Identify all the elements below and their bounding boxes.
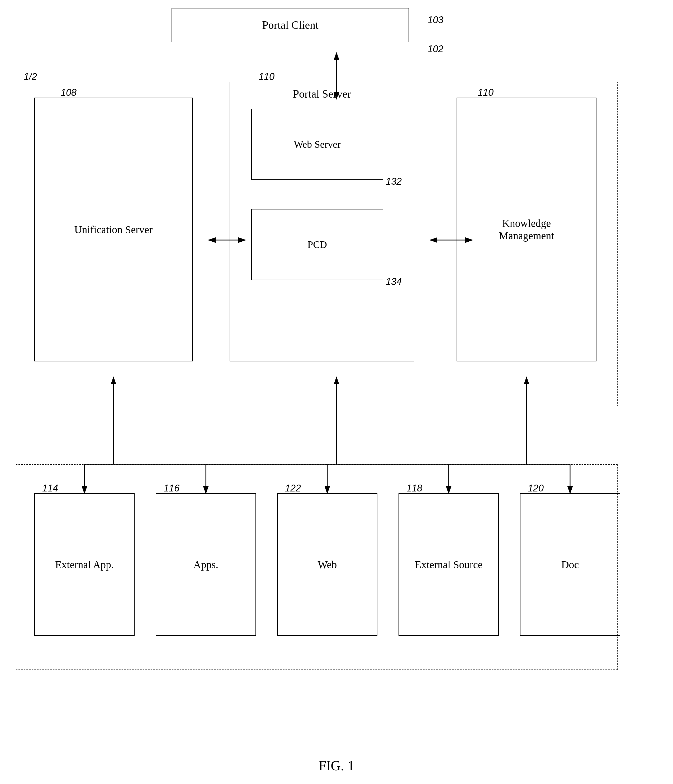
apps-box: Apps. [156, 493, 256, 636]
external-source-box: External Source [399, 493, 499, 636]
ref-110: 110 [259, 71, 274, 82]
external-app-label: External App. [55, 558, 114, 571]
ref-120: 120 [528, 483, 544, 494]
portal-server-label: Portal Server [230, 87, 414, 100]
ref-108: 108 [61, 87, 76, 98]
doc-box: Doc [520, 493, 620, 636]
ref-118: 118 [407, 483, 422, 494]
figure-label-text: FIG. 1 [319, 758, 354, 773]
pcd-label: PCD [307, 239, 327, 250]
knowledge-management-label: KnowledgeManagement [499, 217, 554, 242]
pcd-box: PCD [251, 209, 383, 280]
portal-server-outer-box: Portal Server Web Server 132 PCD 134 [230, 82, 414, 361]
ref-112-km: 110 [478, 87, 494, 98]
external-app-box: External App. [34, 493, 135, 636]
portal-client-box: Portal Client [171, 8, 409, 42]
ref-112-outer: 1/2 [24, 71, 37, 82]
figure-label: FIG. 1 [0, 758, 673, 773]
ref-132: 132 [386, 176, 402, 187]
doc-label: Doc [561, 558, 579, 571]
web-server-box: Web Server [251, 109, 383, 180]
web-server-label: Web Server [294, 138, 340, 150]
ref-116: 116 [164, 483, 179, 494]
external-source-label: External Source [415, 558, 483, 571]
apps-label: Apps. [193, 558, 218, 571]
ref-102: 102 [428, 44, 443, 54]
unification-server-box: Unification Server [34, 98, 193, 361]
unification-server-label: Unification Server [75, 224, 153, 236]
knowledge-management-box: KnowledgeManagement [456, 98, 597, 361]
portal-client-label: Portal Client [262, 19, 319, 31]
ref-134: 134 [386, 276, 402, 287]
ref-103: 103 [428, 14, 443, 26]
web-label: Web [318, 558, 337, 571]
ref-114: 114 [42, 483, 58, 494]
web-box: Web [277, 493, 377, 636]
ref-122: 122 [285, 483, 301, 494]
